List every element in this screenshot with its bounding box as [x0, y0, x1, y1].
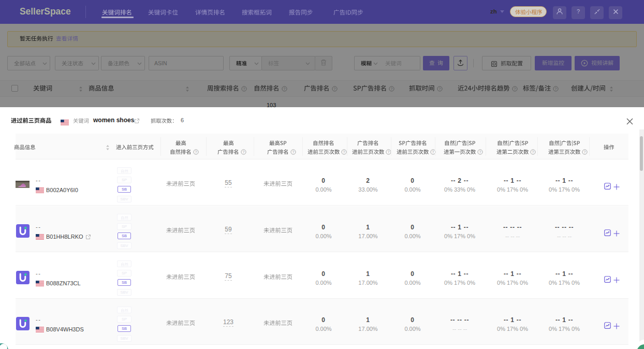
svg-text:?: ?	[584, 150, 586, 154]
svg-text:?: ?	[292, 150, 294, 154]
svg-text:?: ?	[343, 150, 345, 154]
svg-text:?: ?	[195, 150, 197, 154]
svg-text:?: ?	[432, 150, 434, 154]
svg-text:?: ?	[242, 150, 244, 154]
svg-text:?: ?	[388, 150, 390, 154]
svg-text:?: ?	[479, 150, 481, 154]
svg-text:?: ?	[532, 150, 534, 154]
svg-text:?: ?	[577, 8, 580, 14]
